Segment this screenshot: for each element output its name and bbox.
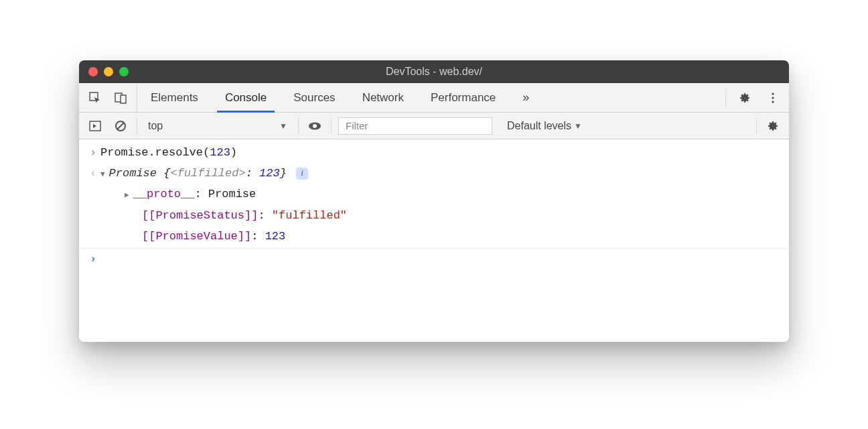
output-chevron-icon: ‹: [86, 164, 100, 182]
context-selector[interactable]: top ▼: [144, 120, 291, 132]
close-window-button[interactable]: [88, 67, 98, 76]
kebab-icon: [767, 92, 779, 104]
console-input-row[interactable]: › Promise.resolve(123): [79, 142, 789, 163]
chevron-down-icon: ▼: [279, 121, 287, 131]
window-title: DevTools - web.dev/: [79, 66, 789, 78]
divider: [331, 117, 332, 135]
proto-key: __proto__: [133, 188, 195, 200]
svg-rect-2: [121, 95, 126, 103]
minimize-window-button[interactable]: [104, 67, 113, 76]
input-chevron-icon: ›: [86, 143, 100, 162]
log-levels-selector[interactable]: Default levels ▼: [499, 120, 582, 132]
maximize-window-button[interactable]: [119, 67, 129, 76]
svg-point-3: [772, 93, 774, 95]
console-prompt-row[interactable]: ›: [79, 248, 789, 269]
console-output-row[interactable]: ‹ Promise {<fulfilled>: 123} i: [79, 163, 789, 184]
live-expression-icon[interactable]: [305, 117, 324, 135]
svg-point-10: [313, 124, 317, 128]
devtools-window: DevTools - web.dev/ Elements Console Sou…: [79, 60, 789, 342]
context-label: top: [148, 120, 163, 132]
console-toolbar: top ▼ Default levels ▼: [79, 113, 789, 139]
divider: [756, 117, 757, 135]
svg-line-8: [117, 123, 124, 129]
tab-list: Elements Console Sources Network Perform…: [137, 83, 542, 112]
svg-point-5: [772, 101, 774, 103]
titlebar: DevTools - web.dev/: [79, 60, 789, 83]
traffic-lights: [88, 67, 129, 76]
divider: [298, 117, 299, 135]
gear-icon: [738, 91, 751, 105]
proto-row[interactable]: __proto__: Promise: [79, 184, 789, 204]
more-options-button[interactable]: [764, 88, 782, 107]
gear-icon: [766, 119, 780, 133]
promise-value-row: [[PromiseValue]]: 123: [79, 226, 789, 247]
divider: [725, 89, 726, 107]
chevron-double-right-icon: »: [522, 90, 529, 105]
promise-status-value: "fulfilled": [272, 209, 347, 222]
tab-performance[interactable]: Performance: [417, 83, 509, 112]
expand-toggle[interactable]: [100, 167, 109, 180]
svg-point-4: [772, 97, 774, 99]
tab-console[interactable]: Console: [212, 83, 280, 112]
settings-button[interactable]: [735, 88, 754, 107]
clear-console-icon[interactable]: [111, 117, 130, 135]
promise-status-key: [[PromiseStatus]]: [142, 209, 258, 222]
promise-state-value: 123: [259, 167, 280, 180]
filter-input[interactable]: [338, 117, 492, 135]
panel-tabs: Elements Console Sources Network Perform…: [79, 83, 789, 113]
toggle-sidebar-icon[interactable]: [86, 117, 104, 135]
info-icon[interactable]: i: [296, 168, 308, 180]
proto-value: Promise: [208, 188, 256, 200]
device-toolbar-icon[interactable]: [111, 88, 130, 107]
prompt-chevron-icon: ›: [86, 250, 100, 268]
promise-state-label: <fulfilled>: [170, 167, 245, 180]
chevron-down-icon: ▼: [574, 121, 582, 131]
divider: [137, 117, 137, 135]
promise-status-row: [[PromiseStatus]]: "fulfilled": [79, 205, 789, 226]
expand-toggle[interactable]: [125, 188, 133, 200]
inspect-element-icon[interactable]: [86, 88, 104, 107]
tab-network[interactable]: Network: [349, 83, 417, 112]
tab-elements[interactable]: Elements: [137, 83, 212, 112]
tab-overflow-button[interactable]: »: [509, 83, 542, 112]
tab-sources[interactable]: Sources: [280, 83, 348, 112]
console-input-content: Promise.resolve(123): [100, 143, 782, 162]
promise-value-value: 123: [265, 230, 286, 243]
object-class: Promise: [109, 167, 157, 180]
console-settings-button[interactable]: [764, 117, 782, 135]
console-output: › Promise.resolve(123) ‹ Promise {<fulfi…: [79, 139, 789, 342]
promise-value-key: [[PromiseValue]]: [142, 230, 251, 243]
